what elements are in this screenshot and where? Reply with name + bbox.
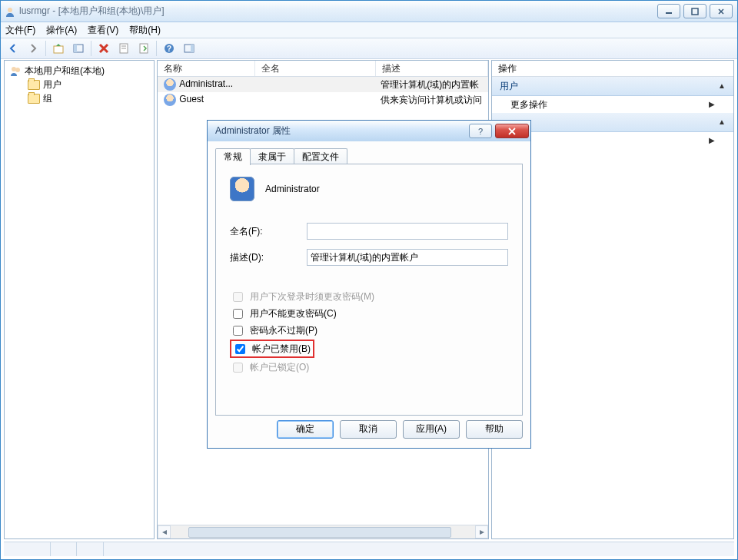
svg-rect-2 [692,8,698,15]
svg-point-14 [12,67,16,71]
status-segment [80,542,104,556]
menu-action[interactable]: 操作(A) [46,22,77,38]
main-window: lusrmgr - [本地用户和组(本地)\用户] 文件(F) 操作(A) 查看… [0,0,738,560]
checkbox-mustchange: 用户下次登录时须更改密码(M) [230,289,508,304]
svg-rect-1 [666,12,672,14]
help-button[interactable]: 帮助 [466,420,523,439]
show-hide-tree-button[interactable] [69,39,88,58]
delete-button[interactable] [95,39,113,58]
desc-row: 描述(D): [230,249,508,266]
tab-page-general: Administrator 全名(F): 描述(D): 用户下次登录时须更改密码… [215,164,523,416]
status-segment [4,542,51,556]
toolbar-separator [156,41,157,56]
actions-section-users[interactable]: 用户 ▲ [492,77,733,96]
collapse-icon: ▲ [718,113,726,131]
checkbox-mustchange-label: 用户下次登录时须更改密码(M) [250,290,374,303]
tree-root[interactable]: 本地用户和组(本地) [9,64,149,78]
actions-header: 操作 [492,61,733,77]
toolbar: ? [1,38,737,59]
menu-view[interactable]: 查看(V) [88,22,118,38]
actions-item-more[interactable]: 更多操作 ▶ [492,96,733,113]
checkbox-cannotchange-input[interactable] [233,309,243,319]
scroll-right-button[interactable]: ▸ [475,525,488,538]
svg-rect-13 [191,45,194,52]
list-row[interactable]: Guest 供来宾访问计算机或访问 [158,92,488,108]
app-icon [4,5,16,18]
user-icon [164,94,176,106]
folder-icon [28,80,40,90]
minimize-button[interactable] [657,4,680,18]
fullname-input[interactable] [307,223,508,240]
maximize-button[interactable] [683,4,706,18]
cell-name: Guest [179,94,204,104]
forward-button[interactable] [24,39,42,58]
dialog-titlebar: Administrator 属性 ? [208,121,530,142]
col-fullname[interactable]: 全名 [255,61,376,76]
collapse-icon: ▲ [718,77,726,95]
dialog-body: 常规 隶属于 配置文件 Administrator 全名(F): 描述(D): [208,141,530,448]
menubar: 文件(F) 操作(A) 查看(V) 帮助(H) [1,22,737,38]
tree-node-groups[interactable]: 组 [9,91,149,105]
up-button[interactable] [49,39,68,58]
checkbox-disabled-label: 帐户已禁用(B) [252,343,311,356]
help-button[interactable]: ? [160,39,178,58]
horizontal-scrollbar[interactable]: ◂ ▸ [158,525,488,538]
cancel-button[interactable]: 取消 [340,420,397,439]
cell-name: Administrat... [179,78,233,89]
checkbox-neverexpire[interactable]: 密码永不过期(P) [230,323,508,338]
properties-button[interactable] [115,39,133,58]
export-button[interactable] [135,39,153,58]
username-label: Administrator [265,184,320,194]
scroll-thumb[interactable] [188,527,451,538]
folder-icon [28,94,40,104]
col-desc[interactable]: 描述 [376,61,488,76]
list-row[interactable]: Administrat... 管理计算机(域)的内置帐 [158,77,488,92]
ok-button[interactable]: 确定 [277,420,334,439]
dialog-help-button[interactable]: ? [469,124,492,138]
users-group-icon [9,65,22,77]
close-button[interactable] [710,4,733,18]
menu-file[interactable]: 文件(F) [5,22,35,38]
statusbar [4,542,734,556]
checkbox-mustchange-input [233,292,243,302]
toolbar-separator [45,41,46,56]
svg-point-15 [15,68,20,72]
show-hide-action-button[interactable] [180,39,198,58]
tab-memberof[interactable]: 隶属于 [250,148,294,164]
actions-section-label: 用户 [500,77,518,95]
checkbox-disabled-highlight[interactable]: 帐户已禁用(B) [230,340,314,358]
apply-button[interactable]: 应用(A) [403,420,460,439]
titlebar: lusrmgr - [本地用户和组(本地)\用户] [1,1,737,22]
user-icon [164,78,176,91]
checkbox-neverexpire-label: 密码永不过期(P) [250,324,317,337]
desc-input[interactable] [307,249,508,266]
user-large-icon [230,177,254,201]
svg-rect-3 [54,46,63,53]
dialog-footer: 确定 取消 应用(A) 帮助 [215,420,523,440]
svg-rect-5 [74,45,77,52]
tree-groups-label: 组 [43,92,52,105]
checkbox-neverexpire-input[interactable] [233,326,243,336]
col-name[interactable]: 名称 [158,61,255,76]
checkbox-locked-input [233,363,243,373]
tree-users-label: 用户 [43,78,62,91]
tab-general[interactable]: 常规 [215,148,251,165]
svg-point-0 [8,8,12,12]
status-segment [53,542,77,556]
tree-node-users[interactable]: 用户 [9,78,149,91]
desc-label: 描述(D): [230,251,307,264]
dialog-close-button[interactable] [495,124,529,138]
cell-desc: 管理计算机(域)的内置帐 [374,78,488,91]
checkbox-locked: 帐户已锁定(O) [230,360,508,375]
submenu-icon: ▶ [709,96,715,113]
tab-profile[interactable]: 配置文件 [294,148,347,164]
scroll-left-button[interactable]: ◂ [158,525,171,538]
checkbox-cannotchange[interactable]: 用户不能更改密码(C) [230,306,508,321]
checkbox-disabled-input[interactable] [235,344,245,354]
cell-desc: 供来宾访问计算机或访问 [374,94,488,107]
dialog-title: Administrator 属性 [215,124,469,138]
svg-text:?: ? [167,45,171,53]
menu-help[interactable]: 帮助(H) [129,22,161,38]
back-button[interactable] [4,39,22,58]
list-header: 名称 全名 描述 [158,61,488,77]
